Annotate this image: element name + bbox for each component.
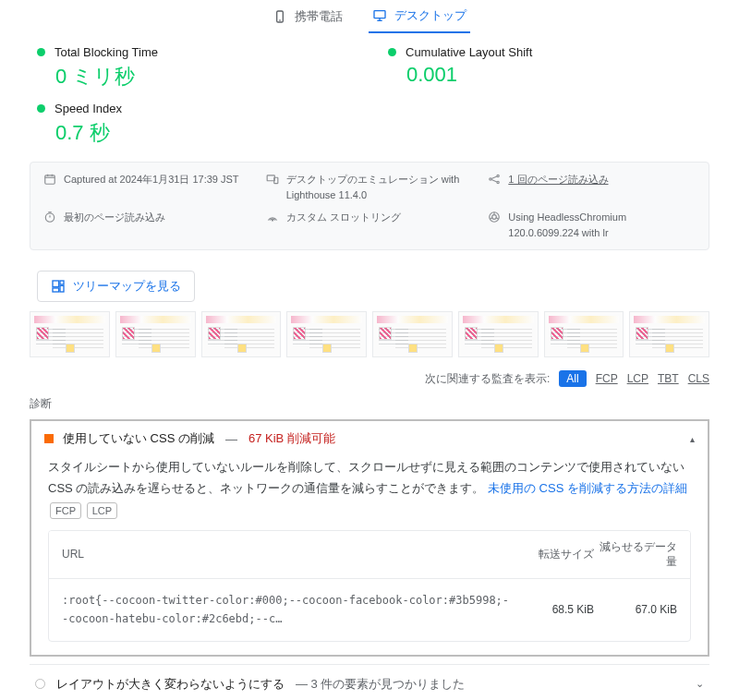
tab-desktop-label: デスクトップ (394, 7, 466, 24)
filmstrip-frame (458, 311, 539, 357)
tab-mobile[interactable]: 携帯電話 (269, 0, 346, 33)
svg-point-21 (492, 215, 497, 220)
filter-lcp[interactable]: LCP (627, 372, 648, 385)
svg-line-15 (491, 180, 497, 182)
neutral-circle-icon (35, 679, 45, 689)
diagnostics-label: 診断 (0, 392, 739, 416)
audit-header[interactable]: 使用していない CSS の削減 — 67 KiB 削減可能 ▴ (31, 421, 708, 456)
good-dot-icon (37, 104, 45, 113)
css-table: URL 転送サイズ 減らせるデータ量 :root{--cocoon-twitte… (48, 530, 691, 642)
svg-rect-2 (374, 11, 385, 18)
filmstrip-frame (30, 311, 110, 357)
svg-point-12 (497, 175, 499, 176)
audit-sub: — 3 件の要素が見つかりました (296, 676, 465, 693)
filmstrip-frame (372, 311, 453, 357)
filter-cls[interactable]: CLS (688, 372, 709, 385)
metric-si-value: 0.7 秒 (55, 119, 351, 147)
environment-box: Captured at 2024年1月31日 17:39 JST デスクトップの… (30, 162, 709, 250)
metric-tbt-value: 0 ミリ秒 (55, 63, 351, 91)
table-row: :root{--cocoon-twitter-color:#000;--coco… (49, 579, 690, 640)
svg-line-24 (496, 218, 499, 220)
svg-rect-28 (53, 288, 59, 292)
good-dot-icon (37, 48, 45, 56)
filmstrip-frame (201, 311, 282, 357)
filmstrip-frame (286, 311, 367, 357)
svg-rect-25 (53, 281, 59, 287)
collapse-icon[interactable]: ▴ (690, 434, 695, 444)
expand-icon[interactable]: ⌄ (696, 678, 704, 690)
filter-tbt[interactable]: TBT (658, 372, 679, 385)
timer-icon (43, 211, 56, 223)
tab-mobile-label: 携帯電話 (295, 8, 343, 25)
svg-rect-27 (60, 285, 64, 292)
filmstrip-frame (629, 311, 709, 357)
treemap-icon (51, 279, 66, 294)
good-dot-icon (388, 48, 396, 56)
calendar-icon (43, 173, 56, 186)
svg-point-16 (45, 213, 54, 222)
warning-square-icon (44, 434, 54, 443)
fcp-badge: FCP (50, 502, 81, 519)
audit-filter-bar: 次に関連する監査を表示: All FCP LCP TBT CLS (0, 365, 739, 392)
svg-point-11 (490, 178, 491, 180)
svg-line-14 (491, 176, 497, 178)
audit-title: レイアウトが大きく変わらないようにする (56, 676, 285, 693)
lcp-badge: LCP (87, 502, 117, 519)
metric-tbt: Total Blocking Time 0 ミリ秒 (37, 45, 351, 91)
svg-rect-5 (45, 175, 55, 184)
devices-icon (266, 173, 279, 186)
chrome-icon (488, 211, 501, 223)
filter-all[interactable]: All (559, 370, 586, 387)
svg-line-23 (491, 218, 493, 220)
treemap-button[interactable]: ツリーマップを見る (37, 271, 195, 302)
network-icon (488, 173, 501, 186)
filter-fcp[interactable]: FCP (596, 372, 618, 385)
svg-rect-9 (267, 175, 274, 181)
svg-point-13 (497, 181, 499, 183)
learn-more-link[interactable]: 未使用の CSS を削減する方法の詳細 (488, 481, 687, 495)
metric-cls-value: 0.001 (406, 63, 702, 87)
mobile-icon (273, 9, 287, 24)
tab-desktop[interactable]: デスクトップ (369, 0, 470, 33)
audit-row[interactable]: レイアウトが大きく変わらないようにする— 3 件の要素が見つかりました⌄ (30, 664, 709, 700)
filmstrip-frame (544, 311, 624, 357)
filmstrip-frame (115, 311, 196, 357)
pageload-link[interactable]: 1 回のページ読み込み (508, 172, 608, 187)
desktop-icon (372, 8, 387, 23)
signal-icon (266, 211, 279, 223)
audit-unused-css: 使用していない CSS の削減 — 67 KiB 削減可能 ▴ スタイルシートか… (30, 419, 709, 657)
svg-point-19 (272, 220, 273, 221)
metric-cls: Cumulative Layout Shift 0.001 (388, 45, 702, 91)
svg-rect-26 (60, 281, 64, 284)
metric-si: Speed Index 0.7 秒 (37, 102, 351, 147)
filmstrip (0, 311, 739, 365)
